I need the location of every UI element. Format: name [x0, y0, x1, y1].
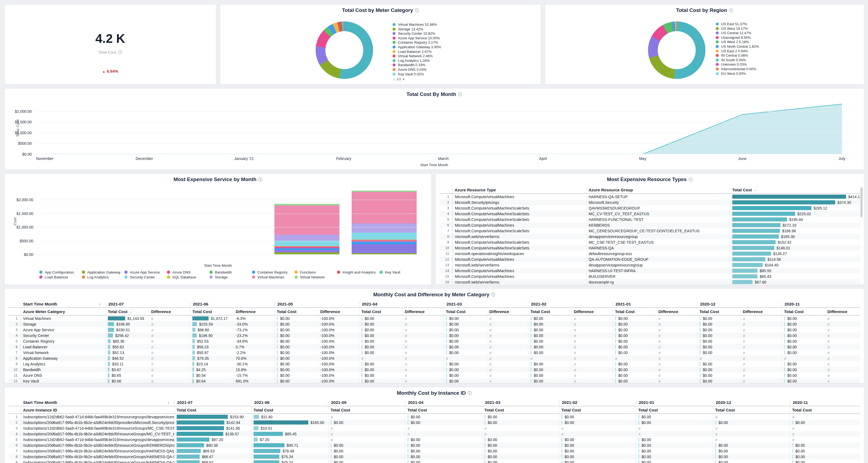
month-header[interactable]: 2021-04: [359, 302, 443, 306]
legend-item[interactable]: Insight and Analytics: [337, 270, 379, 274]
month-header[interactable]: 2021-05: [274, 302, 359, 306]
meter-category-donut[interactable]: [316, 22, 373, 79]
info-icon[interactable]: ⓘ: [729, 8, 733, 12]
subcolumn-header[interactable]: Difference: [656, 308, 697, 315]
subcolumn-header[interactable]: Total Cost: [713, 406, 790, 413]
legend-item[interactable]: Virtual Network: [294, 275, 337, 279]
legend-item[interactable]: Azure App Service: [124, 270, 167, 274]
info-icon[interactable]: ⓘ: [258, 177, 262, 182]
subcolumn-header[interactable]: Total Cost: [274, 308, 318, 315]
legend-item[interactable]: EU West 0.00%: [716, 71, 759, 76]
subcolumn-header[interactable]: Difference: [233, 308, 274, 315]
legend-item[interactable]: IN South 0.04%: [716, 58, 759, 63]
legend-item[interactable]: US West 19.17%: [716, 27, 759, 31]
sort-chevron-icon[interactable]: ⌄: [129, 310, 132, 313]
subcolumn-header[interactable]: Total Cost: [613, 308, 656, 315]
subcolumn-header[interactable]: Total Cost: [697, 308, 740, 315]
month-header[interactable]: 2021-07: [174, 400, 251, 405]
legend-item[interactable]: Virtual Machines: [252, 275, 294, 279]
legend-item[interactable]: Key Vault 0.02%: [393, 72, 441, 77]
legend-item[interactable]: Load Balancer 2.67%: [393, 50, 441, 54]
month-header[interactable]: 2021-01: [636, 400, 713, 405]
subcolumn-header[interactable]: Total Cost: [528, 308, 571, 315]
legend-item[interactable]: SQL Database: [167, 275, 209, 279]
legend-item[interactable]: US East 51.37%: [716, 22, 759, 27]
subcolumn-header[interactable]: Difference: [487, 308, 528, 315]
subcolumn-header[interactable]: Difference: [149, 308, 190, 315]
legend-item[interactable]: Intercontinental 0.00%: [716, 67, 759, 71]
info-icon[interactable]: ⓘ: [689, 177, 693, 182]
legend-item[interactable]: Bandwidth 0.19%: [393, 63, 441, 67]
month-header[interactable]: 2021-05: [328, 400, 405, 405]
legend-item[interactable]: Functions: [294, 270, 337, 274]
subcolumn-header[interactable]: Difference: [402, 308, 443, 315]
legend-item[interactable]: Application Gateway 3.00%: [393, 45, 441, 50]
subcolumn-header[interactable]: Difference: [318, 308, 359, 315]
month-header[interactable]: 2021-02: [559, 400, 636, 405]
column-header[interactable]: Azure Resource Group: [586, 186, 730, 193]
month-header[interactable]: 2021-04: [405, 400, 482, 405]
vertical-scrollbar[interactable]: [860, 187, 863, 282]
legend-item[interactable]: Azure DNS: [167, 270, 209, 274]
stacked-bar-plot[interactable]: [37, 189, 423, 255]
month-header[interactable]: 2021-03: [482, 400, 559, 405]
info-icon[interactable]: ⓘ: [468, 390, 472, 395]
subcolumn-header[interactable]: Difference: [571, 308, 613, 315]
legend-item[interactable]: Load Balancer: [39, 275, 82, 279]
legend-item[interactable]: Azure DNS 0.03%: [393, 67, 441, 72]
legend-item[interactable]: Unknown 0.03%: [716, 62, 759, 67]
subcolumn-header[interactable]: Total Cost: [482, 406, 559, 413]
stacked-bar[interactable]: [352, 191, 417, 255]
subcolumn-header[interactable]: Total Cost⌄: [105, 308, 149, 315]
subcolumn-header[interactable]: Total Cost: [328, 406, 405, 413]
month-header[interactable]: 2021-02: [528, 302, 613, 306]
info-icon[interactable]: ⓘ: [415, 8, 419, 12]
subcolumn-header[interactable]: Total Cost: [405, 406, 482, 413]
column-header[interactable]: Azure Meter Category: [21, 309, 105, 314]
subcolumn-header[interactable]: Total Cost: [359, 308, 402, 315]
info-icon[interactable]: ⓘ: [458, 92, 462, 96]
subcolumn-header[interactable]: Total Cost: [790, 406, 860, 413]
subcolumn-header[interactable]: Total Cost: [782, 308, 825, 315]
legend-item[interactable]: Container Registry: [252, 270, 294, 274]
legend-item[interactable]: Storage 13.42%: [393, 27, 441, 32]
legend-item[interactable]: Virtual Machines 52.88%: [393, 23, 441, 27]
pagination-prev-icon[interactable]: ‹: [99, 301, 103, 307]
month-header[interactable]: 2021-06: [190, 302, 274, 306]
subcolumn-header[interactable]: Total Cost: [559, 406, 636, 413]
column-header[interactable]: Azure Resource Type: [453, 187, 586, 192]
legend-item[interactable]: Container Registry 3.17%: [393, 40, 441, 45]
legend-item[interactable]: Security Center: [124, 275, 167, 279]
legend-item[interactable]: US East 2 0.94%: [716, 49, 759, 54]
subcolumn-header[interactable]: Total Cost: [251, 406, 328, 413]
column-header[interactable]: Total Cost⌄: [730, 186, 860, 193]
subcolumn-header[interactable]: Difference: [825, 308, 860, 315]
month-header[interactable]: 2020-11: [790, 400, 860, 405]
legend-item[interactable]: IN Central 0.06%: [716, 53, 759, 58]
legend-item[interactable]: App Configuration: [39, 270, 82, 274]
sort-chevron-icon[interactable]: ⌄: [754, 188, 757, 192]
legend-item[interactable]: Key Vault: [379, 270, 422, 274]
month-header[interactable]: 2020-12: [713, 400, 790, 405]
subcolumn-header[interactable]: Total Cost: [190, 308, 233, 315]
info-icon[interactable]: ⓘ: [118, 50, 122, 54]
area-chart-plot[interactable]: [35, 103, 852, 154]
legend-item[interactable]: Azure App Service 10.00%: [393, 36, 441, 41]
subcolumn-header[interactable]: Total Cost: [443, 308, 487, 315]
legend-item[interactable]: US North Central 1.82%: [716, 45, 759, 49]
pagination-prev-icon[interactable]: ‹: [168, 400, 172, 405]
column-header[interactable]: Azure Instance ID: [21, 408, 174, 412]
region-donut[interactable]: [648, 22, 706, 79]
stacked-bar[interactable]: [274, 204, 339, 255]
month-header[interactable]: 2021-03: [443, 302, 528, 306]
legend-item[interactable]: Virtual Network 2.46%: [393, 54, 441, 59]
legend-item[interactable]: Storage: [209, 275, 252, 279]
legend-item[interactable]: Bandwidth: [209, 270, 252, 274]
pager-down-icon[interactable]: ▼: [402, 78, 405, 81]
legend-item[interactable]: Unassigned 8.93%: [716, 35, 759, 40]
legend-item[interactable]: Log Analytics 1.34%: [393, 59, 441, 63]
subcolumn-header[interactable]: Total Cost: [174, 406, 251, 413]
pager-up-icon[interactable]: ▲: [393, 78, 396, 81]
month-header[interactable]: 2021-06: [251, 400, 328, 405]
info-icon[interactable]: ⓘ: [491, 292, 495, 297]
